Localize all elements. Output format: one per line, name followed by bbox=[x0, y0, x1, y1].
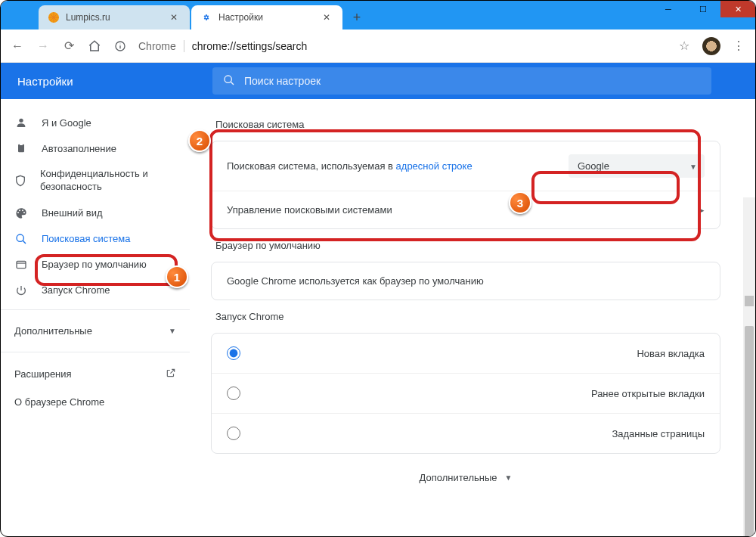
close-tab-icon[interactable]: ✕ bbox=[167, 12, 181, 23]
search-placeholder: Поиск настроек bbox=[244, 75, 321, 87]
radio-specific[interactable] bbox=[227, 427, 240, 440]
palette-icon bbox=[14, 207, 28, 219]
settings-title: Настройки bbox=[1, 75, 212, 88]
sidebar-item-appearance[interactable]: Внешний вид bbox=[1, 200, 190, 226]
settings-body: Я и Google Автозаполнение Конфиденциальн… bbox=[1, 99, 755, 536]
scroll-arrow-up[interactable] bbox=[745, 296, 754, 306]
startup-opt-label: Ранее открытые вкладки bbox=[591, 388, 705, 399]
sidebar-item-default-browser[interactable]: Браузер по умолчанию bbox=[1, 252, 190, 278]
settings-header: Настройки Поиск настроек bbox=[1, 63, 755, 99]
advanced-label: Дополнительные bbox=[14, 325, 92, 337]
search-icon bbox=[14, 233, 28, 245]
sidebar-label: Запуск Chrome bbox=[42, 284, 110, 296]
maximize-button[interactable]: ☐ bbox=[686, 1, 720, 17]
address-url: chrome://settings/search bbox=[192, 40, 308, 52]
back-icon[interactable]: ← bbox=[10, 39, 25, 53]
radio-new-tab[interactable] bbox=[227, 346, 240, 360]
sidebar-label: Внешний вид bbox=[42, 207, 103, 219]
search-engine-addressbar-label: Поисковая система, используемая в адресн… bbox=[227, 160, 472, 172]
search-engine-select-wrap: Google ▼ bbox=[569, 154, 705, 178]
tab-title: Lumpics.ru bbox=[66, 12, 110, 23]
close-tab-icon[interactable]: ✕ bbox=[320, 12, 333, 23]
sidebar-about[interactable]: О браузере Chrome bbox=[1, 390, 190, 414]
settings-main: Поисковая система Поисковая система, исп… bbox=[190, 99, 755, 536]
startup-opt-new-tab[interactable]: Новая вкладка bbox=[212, 334, 720, 373]
bookmark-star-icon[interactable]: ☆ bbox=[677, 39, 692, 53]
shield-icon bbox=[14, 175, 26, 187]
sidebar-item-autofill[interactable]: Автозаполнение bbox=[1, 135, 190, 161]
section-title-startup: Запуск Chrome bbox=[211, 300, 720, 333]
menu-icon[interactable]: ⋮ bbox=[731, 39, 746, 53]
orange-favicon bbox=[48, 11, 60, 23]
clipboard-icon bbox=[14, 142, 28, 154]
address-hint: Chrome bbox=[138, 40, 184, 52]
tab-settings[interactable]: Настройки ✕ bbox=[191, 5, 342, 29]
section-title-default-browser: Браузер по умолчанию bbox=[211, 229, 720, 262]
sidebar-label: Поисковая система bbox=[42, 233, 131, 244]
minimize-button[interactable]: ─ bbox=[651, 1, 686, 17]
home-icon[interactable] bbox=[87, 39, 102, 53]
callout-3: 3 bbox=[509, 191, 531, 214]
chrome-window: ─ ☐ ✕ Lumpics.ru ✕ Настройки ✕ + ← → ⟳ bbox=[0, 0, 756, 537]
svg-rect-7 bbox=[17, 261, 26, 268]
manage-search-engines-row[interactable]: Управление поисковыми системами ▸ bbox=[212, 191, 720, 228]
sidebar-label: Конфиденциальность и безопасность bbox=[40, 168, 176, 194]
sidebar-label: Автозаполнение bbox=[42, 143, 116, 154]
svg-point-3 bbox=[19, 119, 23, 123]
advanced-footer-label: Дополнительные bbox=[420, 472, 497, 483]
sidebar-item-startup[interactable]: Запуск Chrome bbox=[1, 278, 190, 303]
external-link-icon bbox=[166, 368, 176, 380]
startup-opt-continue[interactable]: Ранее открытые вкладки bbox=[212, 373, 720, 413]
svg-rect-5 bbox=[20, 143, 23, 145]
search-engine-card: Поисковая система, используемая в адресн… bbox=[211, 141, 720, 229]
toolbar: ← → ⟳ Chrome chrome://settings/search ☆ … bbox=[1, 29, 755, 63]
callout-1: 1 bbox=[166, 265, 188, 288]
address-bar-link[interactable]: адресной строке bbox=[396, 160, 472, 172]
gear-favicon bbox=[200, 11, 212, 23]
sidebar-label: Я и Google bbox=[42, 117, 91, 129]
scroll-thumb[interactable] bbox=[745, 326, 754, 537]
sidebar-item-privacy[interactable]: Конфиденциальность и безопасность bbox=[1, 161, 190, 200]
address-bar[interactable]: Chrome chrome://settings/search bbox=[138, 40, 666, 52]
advanced-footer[interactable]: Дополнительные ▼ bbox=[211, 454, 720, 501]
svg-point-6 bbox=[17, 234, 23, 241]
chevron-down-icon: ▼ bbox=[169, 327, 176, 335]
svg-point-2 bbox=[225, 76, 231, 82]
tab-title: Настройки bbox=[218, 12, 263, 23]
power-icon bbox=[14, 284, 28, 296]
default-browser-text: Google Chrome используется как браузер п… bbox=[227, 275, 484, 287]
callout-2: 2 bbox=[188, 129, 211, 152]
svg-rect-4 bbox=[18, 144, 24, 153]
window-icon bbox=[14, 259, 28, 271]
sidebar-label: Браузер по умолчанию bbox=[42, 259, 147, 270]
search-icon bbox=[223, 74, 235, 88]
sidebar-item-search-engine[interactable]: Поисковая система bbox=[1, 226, 190, 252]
about-label: О браузере Chrome bbox=[14, 396, 104, 408]
settings-sidebar: Я и Google Автозаполнение Конфиденциальн… bbox=[1, 99, 190, 536]
sidebar-item-you-and-google[interactable]: Я и Google bbox=[1, 110, 190, 135]
sidebar-extensions[interactable]: Расширения bbox=[1, 359, 190, 390]
window-controls: ─ ☐ ✕ bbox=[651, 1, 755, 17]
tab-lumpics[interactable]: Lumpics.ru ✕ bbox=[39, 5, 190, 29]
settings-search[interactable]: Поиск настроек bbox=[212, 67, 711, 95]
sidebar-advanced[interactable]: Дополнительные ▼ bbox=[1, 316, 190, 346]
startup-opt-specific[interactable]: Заданные страницы bbox=[212, 413, 720, 453]
close-button[interactable]: ✕ bbox=[720, 1, 755, 17]
scrollbar[interactable] bbox=[743, 197, 755, 536]
profile-avatar[interactable] bbox=[702, 37, 720, 55]
search-engine-select[interactable]: Google bbox=[569, 154, 705, 178]
radio-continue[interactable] bbox=[227, 386, 240, 400]
site-info-icon[interactable] bbox=[113, 40, 128, 52]
chevron-down-icon: ▼ bbox=[505, 473, 513, 482]
new-tab-button[interactable]: + bbox=[347, 8, 367, 27]
extensions-label: Расширения bbox=[14, 368, 72, 380]
startup-card: Новая вкладка Ранее открытые вкладки Зад… bbox=[211, 333, 720, 454]
search-engine-addressbar-row: Поисковая система, используемая в адресн… bbox=[212, 141, 720, 191]
reload-icon[interactable]: ⟳ bbox=[61, 39, 76, 53]
user-icon bbox=[14, 116, 28, 129]
manage-search-engines-label: Управление поисковыми системами bbox=[227, 204, 392, 216]
tab-strip: Lumpics.ru ✕ Настройки ✕ + bbox=[1, 1, 755, 29]
default-browser-row: Google Chrome используется как браузер п… bbox=[212, 262, 720, 300]
forward-icon[interactable]: → bbox=[36, 39, 51, 53]
default-browser-card: Google Chrome используется как браузер п… bbox=[211, 262, 720, 300]
